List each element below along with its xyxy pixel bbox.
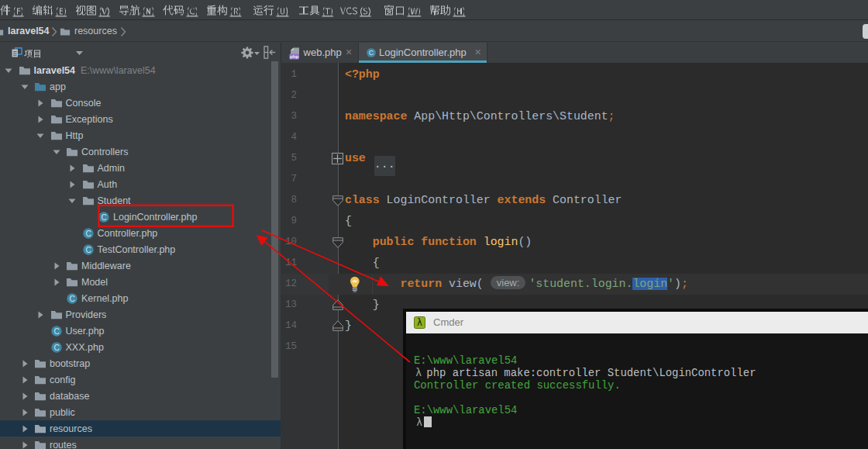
tree-item-label: Student — [98, 195, 131, 206]
panel-dropdown-icon[interactable] — [76, 51, 83, 55]
code-line-8[interactable]: 8class LoginController extends Controlle… — [281, 190, 868, 211]
folder-icon — [82, 178, 95, 191]
code-line-5[interactable]: 5use ... — [281, 148, 868, 169]
tree-item-console[interactable]: Console — [0, 95, 281, 111]
tree-arrow-collapsed-icon[interactable] — [64, 160, 81, 176]
tree-item-testcontroller-php[interactable]: CTestController.php — [0, 241, 281, 257]
php-file-icon: php — [289, 47, 301, 60]
tree-arrow-collapsed-icon[interactable] — [33, 306, 49, 323]
gear-icon[interactable] — [241, 47, 253, 59]
tree-arrow-spacer — [80, 209, 96, 225]
token: 'student.login. — [529, 278, 632, 290]
tree-arrow-expanded-icon[interactable] — [64, 192, 81, 209]
fold-start-icon[interactable] — [332, 237, 343, 248]
tree-item-auth[interactable]: Auth — [0, 176, 281, 192]
code-text: { — [345, 211, 352, 232]
tree-item-controllers[interactable]: Controllers — [0, 143, 281, 160]
terminal-line-3 — [406, 392, 868, 404]
tree-item-label: Auth — [98, 179, 118, 190]
tree-item-public[interactable]: public — [0, 404, 281, 420]
fold-end-icon[interactable] — [332, 299, 343, 310]
tree-item-student[interactable]: Student — [0, 192, 281, 209]
cmder-logo-icon: λ — [414, 316, 425, 329]
editor-tab-logincontroller-php[interactable]: CLoginController.php× — [359, 43, 487, 63]
tree-arrow-collapsed-icon[interactable] — [16, 388, 33, 404]
cmder-title-bar[interactable]: λ Cmder — [406, 312, 868, 333]
code-line-2[interactable]: 2 — [281, 85, 868, 106]
token: ) — [674, 278, 681, 290]
folder-icon — [82, 195, 95, 207]
token: namespace — [345, 110, 407, 123]
folder-icon — [50, 130, 63, 142]
code-line-9[interactable]: 9{ — [281, 211, 868, 232]
code-line-4[interactable]: 4 — [281, 127, 868, 148]
tree-arrow-collapsed-icon[interactable] — [48, 274, 64, 290]
tree-arrow-spacer — [64, 225, 81, 241]
code-line-7[interactable]: 7 — [281, 169, 868, 190]
code-line-11[interactable]: 11 { — [281, 253, 868, 274]
code-line-12[interactable]: 12 return view(view:'student.login.login… — [281, 274, 868, 295]
tree-item-resources[interactable]: resources — [0, 420, 281, 437]
intention-bulb-icon[interactable] — [350, 276, 360, 292]
tree-arrow-collapsed-icon[interactable] — [64, 176, 81, 192]
tree-item-admin[interactable]: Admin — [0, 160, 281, 176]
active-tab-underline — [359, 60, 487, 63]
tree-scrollbar[interactable] — [271, 61, 278, 378]
tree-item-http[interactable]: Http — [0, 127, 281, 143]
tree-item-label: bootstrap — [50, 358, 90, 369]
tree-arrow-expanded-icon[interactable] — [16, 78, 33, 95]
cmder-window[interactable]: λ Cmder E:\www\laravel54λphp artisan mak… — [403, 309, 868, 449]
tree-item-xxx-php[interactable]: CXXX.php — [0, 339, 281, 355]
tree-arrow-collapsed-icon[interactable] — [33, 111, 49, 127]
breadcrumb-item[interactable]: laravel54 — [8, 26, 50, 36]
tree-item-middleware[interactable]: Middleware — [0, 257, 281, 274]
tree-arrow-collapsed-icon[interactable] — [16, 420, 33, 437]
tree-arrow-collapsed-icon[interactable] — [33, 95, 49, 111]
tree-arrow-expanded-icon[interactable] — [48, 143, 64, 160]
tree-item-exceptions[interactable]: Exceptions — [0, 111, 281, 127]
tree-item-label: Console — [66, 98, 102, 109]
fold-end-icon[interactable] — [332, 320, 343, 331]
tree-item-path: E:\www\laravel54 — [81, 65, 156, 76]
tree-item-label: Http — [66, 130, 84, 141]
tree-item-config[interactable]: config — [0, 371, 281, 388]
tree-item-providers[interactable]: Providers — [0, 306, 281, 323]
tree-item-routes[interactable]: routes — [0, 437, 281, 449]
chevron-right-icon — [51, 27, 57, 36]
tree-item-app[interactable]: app — [0, 78, 281, 95]
tree-item-controller-php[interactable]: CController.php — [0, 225, 281, 241]
tree-item-user-php[interactable]: CUser.php — [0, 323, 281, 339]
tree-item-logincontroller-php[interactable]: CLoginController.php — [0, 209, 281, 225]
editor-tab-web-php[interactable]: phpweb.php× — [282, 43, 359, 63]
gear-dropdown-icon[interactable] — [254, 52, 260, 55]
code-line-10[interactable]: 10 public function login() — [281, 232, 868, 253]
tree-arrow-collapsed-icon[interactable] — [16, 371, 33, 388]
tree-item-model[interactable]: Model — [0, 274, 281, 290]
tree-item-label: laravel54 — [34, 65, 76, 76]
tree-arrow-collapsed-icon[interactable] — [16, 437, 33, 449]
tab-close-icon[interactable]: × — [475, 46, 481, 58]
code-line-3[interactable]: 3namespace App\Http\Controllers\Student; — [281, 106, 868, 127]
project-panel-title[interactable] — [24, 45, 42, 60]
tree-item-kernel-php[interactable]: CKernel.php — [0, 290, 281, 306]
tree-item-label: Providers — [66, 309, 107, 320]
fold-expand-icon[interactable] — [332, 153, 343, 164]
svg-text:C: C — [53, 326, 59, 335]
tree-item-bootstrap[interactable]: bootstrap — [0, 355, 281, 371]
tree-arrow-collapsed-icon[interactable] — [16, 355, 33, 371]
tree-item-label: LoginController.php — [113, 212, 197, 223]
tree-arrow-expanded-icon[interactable] — [33, 127, 49, 143]
tree-arrow-expanded-icon[interactable] — [1, 62, 17, 78]
cut-off-widget[interactable] — [863, 24, 868, 39]
breadcrumb-item[interactable]: resources — [74, 26, 117, 36]
hide-panel-icon[interactable] — [264, 46, 276, 59]
code-line-1[interactable]: 1<?php — [281, 64, 868, 85]
folder-icon — [34, 357, 46, 370]
tree-item-database[interactable]: database — [0, 388, 281, 404]
tree-arrow-collapsed-icon[interactable] — [48, 257, 64, 274]
tree-item-laravel54[interactable]: laravel54E:\www\laravel54 — [0, 62, 281, 78]
fold-start-icon[interactable] — [332, 195, 343, 206]
tab-close-icon[interactable]: × — [346, 46, 352, 58]
terminal-output[interactable]: E:\www\laravel54λphp artisan make:contro… — [406, 333, 868, 449]
tree-arrow-collapsed-icon[interactable] — [16, 404, 33, 420]
